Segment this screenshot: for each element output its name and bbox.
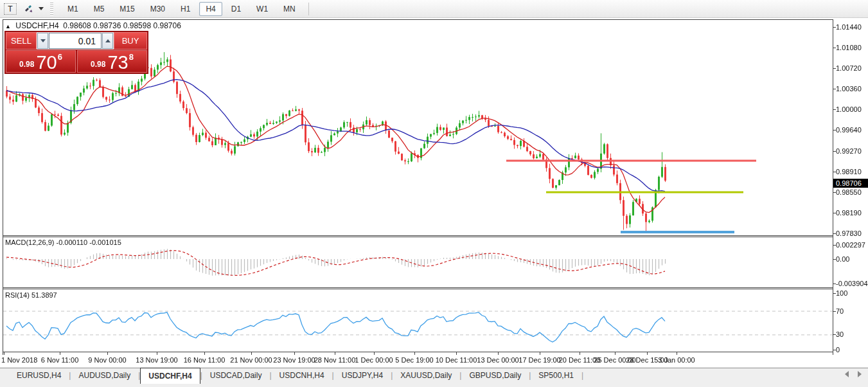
tab-scroll-buttons	[845, 371, 862, 377]
timeframe-M30[interactable]: M30	[144, 2, 172, 16]
rsi-label: RSI(14) 51.3897	[5, 291, 57, 299]
ohlc-close: 0.98706	[153, 21, 181, 30]
timeframe-D1[interactable]: D1	[225, 2, 247, 16]
tab-USDCHF-H4[interactable]: USDCHF,H4	[140, 368, 200, 384]
arrows-icon	[23, 4, 33, 14]
text-label-tool-button[interactable]: T	[4, 3, 17, 15]
timeframe-M1[interactable]: M1	[61, 2, 85, 16]
tab-GBPUSD-Daily[interactable]: GBPUSD,Daily	[461, 368, 529, 383]
arrows-dropdown-caret-icon[interactable]	[39, 7, 44, 10]
volume-control	[37, 32, 114, 50]
timeframe-H1[interactable]: H1	[174, 2, 197, 16]
tab-scroll-right-icon[interactable]	[858, 371, 862, 377]
one-click-trading-panel: SELL BUY 0.98706 0.98738	[5, 32, 148, 73]
tab-AUDUSD-Daily[interactable]: AUDUSD,Daily	[71, 368, 138, 383]
tab-USDJPY-H4[interactable]: USDJPY,H4	[334, 368, 391, 383]
timeframe-W1[interactable]: W1	[250, 2, 274, 16]
timeframe-H4[interactable]: H4	[199, 2, 222, 16]
top-toolbar: T M1M5M15M30H1H4D1W1MN	[0, 0, 868, 18]
tab-USDCAD-Daily[interactable]: USDCAD,Daily	[202, 368, 270, 383]
tab-XAUUSD-Daily[interactable]: XAUUSD,Daily	[393, 368, 459, 383]
tab-separator: |	[581, 368, 583, 380]
sell-button[interactable]: SELL	[6, 32, 37, 50]
ohlc-high: 0.98736	[93, 21, 121, 30]
toolbar-separator	[308, 3, 309, 15]
spinner-up-icon	[105, 39, 111, 42]
ohlc-open: 0.98608	[63, 21, 91, 30]
tab-USDCNH-H4[interactable]: USDCNH,H4	[272, 368, 332, 383]
volume-input[interactable]	[49, 33, 102, 49]
timeframe-M5[interactable]: M5	[87, 2, 111, 16]
current-price-tag: 0.98706	[833, 179, 868, 188]
volume-increase-button[interactable]	[102, 33, 113, 49]
mt4-window: T M1M5M15M30H1H4D1W1MN ▲ USDCHF,H4 0.986…	[0, 0, 868, 387]
tab-SP500-H1[interactable]: SP500,H1	[531, 368, 581, 383]
timeframe-M15[interactable]: M15	[113, 2, 141, 16]
trade-panel-toggle-icon[interactable]: ▲	[5, 23, 11, 30]
buy-price-display[interactable]: 0.98738	[77, 50, 147, 73]
tab-scroll-left-icon[interactable]	[845, 371, 849, 377]
macd-label: MACD(12,26,9) -0.000110 -0.001015	[5, 239, 121, 246]
buy-button[interactable]: BUY	[114, 32, 147, 50]
timeframe-MN[interactable]: MN	[277, 2, 302, 16]
tab-EURUSD-H4[interactable]: EURUSD,H4	[9, 368, 69, 383]
arrows-tool-button[interactable]	[23, 4, 33, 14]
spinner-down-icon	[40, 39, 46, 42]
sell-price-display[interactable]: 0.98706	[6, 50, 76, 73]
chart-tab-bar: EURUSD,H4|AUDUSD,Daily|USDCHF,H4|USDCAD,…	[0, 368, 868, 387]
volume-decrease-button[interactable]	[37, 33, 48, 49]
chart-ohlc-header: ▲ USDCHF,H4 0.98608 0.98736 0.98598 0.98…	[5, 21, 181, 30]
ohlc-low: 0.98598	[123, 21, 151, 30]
chart-title: USDCHF,H4	[15, 21, 58, 30]
toolbar-grip	[50, 3, 53, 15]
